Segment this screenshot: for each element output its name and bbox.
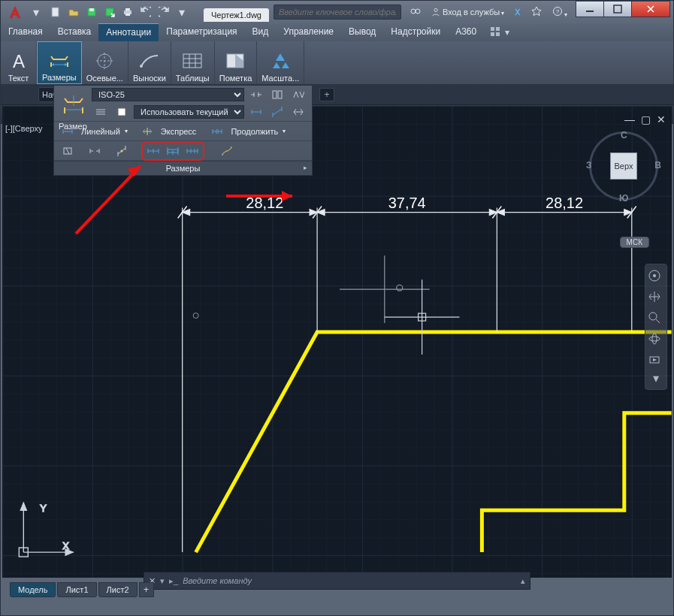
dim-tool-break-icon[interactable]: [86, 143, 104, 159]
dimensions-panel: ISO-25 Использовать текущий Размер Линей…: [53, 85, 313, 176]
qat-more-arrow[interactable]: ▾: [174, 4, 190, 20]
qat-new-icon[interactable]: [47, 4, 64, 20]
svg-rect-0: [52, 8, 59, 17]
command-line[interactable]: ✕ ▾ ▸_ Введите команду ▴: [144, 572, 530, 590]
svg-rect-24: [278, 91, 282, 98]
tab-layout1[interactable]: Лист1: [57, 582, 96, 597]
dim-override-icon[interactable]: [268, 87, 286, 102]
viewcube-face[interactable]: Верх: [610, 152, 637, 180]
cmd-recent-icon[interactable]: ▴: [521, 576, 525, 586]
qat-saveas-icon[interactable]: [101, 4, 118, 20]
qat-open-icon[interactable]: [65, 4, 82, 20]
drawing-canvas[interactable]: [-][Сверху — ▢ ✕: [2, 106, 672, 578]
menu-output[interactable]: Вывод: [341, 23, 383, 41]
help-icon[interactable]: ?▾: [549, 5, 570, 20]
ribbon-markup[interactable]: Пометка: [215, 41, 258, 84]
signin-button[interactable]: Вход в службы▾: [428, 6, 507, 18]
dim-continue-label[interactable]: Продолжить: [229, 127, 280, 136]
nav-expand-icon[interactable]: ▾: [648, 374, 664, 382]
menu-manage[interactable]: Управление: [276, 23, 341, 41]
ribbon-scale[interactable]: Масшта...: [257, 41, 304, 84]
menu-a360[interactable]: A360: [448, 23, 484, 41]
svg-text:?: ?: [556, 8, 560, 15]
nav-orbit-icon[interactable]: [648, 332, 664, 349]
close-button[interactable]: [631, 1, 670, 17]
ribbon-leaders[interactable]: Выноски: [128, 41, 171, 84]
menu-view[interactable]: Вид: [245, 23, 277, 41]
current-file-tab[interactable]: Чертеж1.dwg: [204, 8, 269, 22]
qat-print-icon[interactable]: [119, 4, 136, 20]
menu-insert[interactable]: Вставка: [50, 23, 99, 41]
viewcube-n[interactable]: С: [621, 130, 627, 140]
dim-express-icon[interactable]: [138, 124, 156, 139]
exchange-icon[interactable]: Ⅹ: [512, 6, 524, 19]
nav-zoom-icon[interactable]: [648, 311, 664, 328]
dim-continue-icon[interactable]: [208, 124, 226, 139]
maximize-button[interactable]: [603, 1, 632, 17]
menu-bar: Главная Вставка Аннотации Параметризация…: [1, 23, 673, 41]
xchange-apps-icon[interactable]: [528, 5, 545, 20]
tab-add-layout[interactable]: +: [139, 582, 154, 597]
nav-showmotion-icon[interactable]: [648, 353, 664, 370]
cmd-history-icon[interactable]: ▾: [160, 576, 165, 586]
dim-layer-select[interactable]: Использовать текущий: [134, 105, 244, 119]
cmd-placeholder: Введите команду: [183, 576, 252, 585]
ribbon-minimize-icon[interactable]: ▾: [505, 27, 509, 38]
ribbon-scale-label: Масшта...: [261, 74, 299, 83]
tab-layout2[interactable]: Лист2: [98, 582, 138, 597]
dim-space-2-icon[interactable]: [164, 143, 182, 159]
menu-home[interactable]: Главная: [1, 23, 50, 41]
svg-point-20: [140, 65, 143, 68]
infocenter-icon[interactable]: [407, 5, 424, 20]
dim-panel-footer[interactable]: Размеры: [54, 161, 312, 175]
menu-parametric[interactable]: Параметризация: [159, 23, 244, 41]
tab-model[interactable]: Модель: [10, 582, 56, 597]
ribbon-centerlines[interactable]: Осевые...: [82, 41, 128, 84]
svg-rect-13: [614, 5, 621, 13]
featured-apps-icon[interactable]: [490, 26, 500, 39]
qat-save-icon[interactable]: [83, 4, 100, 20]
svg-rect-21: [183, 54, 201, 68]
app-logo[interactable]: [2, 2, 28, 23]
ribbon-tables[interactable]: Таблицы: [171, 41, 215, 84]
viewport-label[interactable]: [-][Сверху: [5, 124, 43, 133]
dim-express-label[interactable]: Экспресс: [159, 127, 198, 136]
dim-tool-adjust-icon[interactable]: [113, 143, 131, 159]
dim-tool-oblique-icon[interactable]: [59, 143, 77, 159]
dim-big-button[interactable]: [59, 89, 89, 118]
layer-lines-icon[interactable]: [92, 104, 110, 119]
dim-sync-icon[interactable]: [289, 87, 307, 102]
minimize-button[interactable]: [576, 1, 604, 17]
quick-access-toolbar: ▾: [47, 4, 190, 20]
svg-point-8: [416, 9, 420, 14]
tab-add[interactable]: +: [319, 88, 334, 101]
app-menu-arrow[interactable]: ▾: [28, 4, 44, 20]
dim-style-select[interactable]: ISO-25: [92, 88, 244, 101]
ribbon-dimensions[interactable]: Размеры: [37, 41, 82, 84]
viewport-maximize-icon[interactable]: ▢: [641, 113, 651, 125]
viewcube-s[interactable]: Ю: [619, 193, 628, 204]
dim-aligned-mini-icon[interactable]: [268, 104, 286, 119]
viewport-minimize-icon[interactable]: —: [624, 113, 635, 125]
ribbon-text[interactable]: A Текст: [1, 41, 37, 84]
dim-angular-mini-icon[interactable]: [289, 104, 307, 119]
dim-update-icon[interactable]: [247, 87, 265, 102]
viewcube-e[interactable]: В: [654, 160, 661, 171]
svg-point-27: [121, 149, 123, 152]
viewcube-w[interactable]: З: [586, 160, 592, 171]
dim-tool-jog-icon[interactable]: [218, 143, 236, 159]
wcs-badge[interactable]: МСК: [620, 237, 649, 248]
qat-redo-icon[interactable]: [156, 4, 172, 20]
search-input[interactable]: [274, 5, 401, 20]
viewport-close-icon[interactable]: ✕: [657, 113, 666, 125]
dim-space-3-icon[interactable]: [183, 143, 201, 159]
navigation-bar: ▾: [645, 264, 667, 390]
menu-addins[interactable]: Надстройки: [383, 23, 448, 41]
dim-linear-mini-icon[interactable]: [247, 104, 265, 119]
viewcube[interactable]: Верх С В Ю З: [589, 131, 658, 201]
dim-space-1-icon[interactable]: [144, 143, 162, 159]
nav-pan-icon[interactable]: [648, 290, 664, 306]
menu-annotate[interactable]: Аннотации: [98, 23, 159, 41]
qat-undo-icon[interactable]: [138, 4, 154, 20]
nav-wheel-icon[interactable]: [648, 269, 664, 285]
